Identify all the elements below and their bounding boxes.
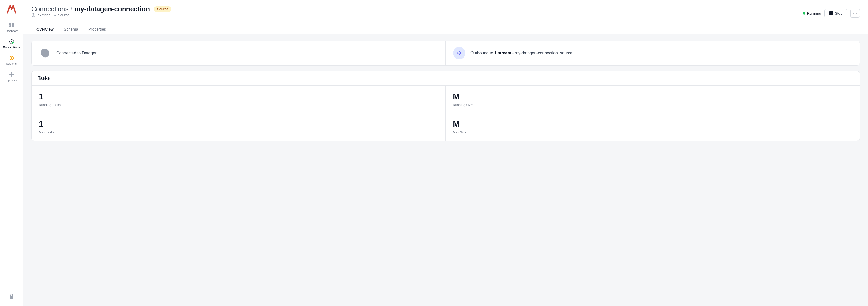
connections-label: Connections xyxy=(3,46,20,49)
streams-icon xyxy=(8,55,14,61)
tab-overview-label: Overview xyxy=(36,27,54,31)
running-size-value: M xyxy=(453,92,852,101)
breadcrumb-separator: / xyxy=(71,5,72,13)
breadcrumb-current: my-datagen-connection xyxy=(74,5,150,13)
sidebar-item-lock[interactable] xyxy=(1,291,22,302)
max-tasks-value: 1 xyxy=(39,120,438,129)
svg-rect-2 xyxy=(9,25,11,28)
more-button-label: ··· xyxy=(853,11,857,16)
svg-point-11 xyxy=(11,72,12,74)
breadcrumb: Connections / my-datagen-connection Sour… xyxy=(31,5,172,13)
tabs: Overview Schema Properties xyxy=(31,24,860,34)
max-size-label: Max Size xyxy=(453,130,852,134)
running-tasks-label: Running Tasks xyxy=(39,103,438,107)
sidebar: Dashboard Connections Streams xyxy=(0,0,23,306)
connection-row: Connected to Datagen Outbound to 1 strea… xyxy=(31,40,860,66)
sidebar-item-connections[interactable]: Connections xyxy=(1,36,22,52)
dashboard-icon xyxy=(8,22,14,28)
running-tasks-cell: 1 Running Tasks xyxy=(32,86,445,113)
tasks-card: Tasks 1 Running Tasks M Running Size 1 M… xyxy=(31,71,860,141)
sidebar-item-pipelines[interactable]: Pipelines xyxy=(1,69,22,84)
connections-icon xyxy=(8,38,14,45)
svg-rect-1 xyxy=(12,23,14,25)
outbound-icon xyxy=(453,47,465,59)
max-size-value: M xyxy=(453,120,852,129)
tab-properties-label: Properties xyxy=(88,27,106,31)
outbound-stream-count: 1 stream xyxy=(494,51,512,55)
tab-properties[interactable]: Properties xyxy=(83,24,111,34)
tab-overview[interactable]: Overview xyxy=(31,24,59,34)
connected-card: Connected to Datagen xyxy=(31,40,445,66)
outbound-stream-name: - my-datagen-connection_source xyxy=(511,51,572,55)
header-top: Connections / my-datagen-connection Sour… xyxy=(31,5,860,21)
meta-id: e74fdea5 xyxy=(37,13,53,17)
dashboard-label: Dashboard xyxy=(5,29,19,32)
max-tasks-label: Max Tasks xyxy=(39,130,438,134)
status-running: Running xyxy=(803,11,821,15)
more-options-button[interactable]: ··· xyxy=(850,9,860,18)
streams-label: Streams xyxy=(6,62,17,65)
running-size-label: Running Size xyxy=(453,103,852,107)
pipelines-label: Pipelines xyxy=(6,78,17,82)
app-logo xyxy=(6,3,17,14)
datagen-icon xyxy=(39,47,51,59)
outbound-card: Outbound to 1 stream - my-datagen-connec… xyxy=(445,40,860,66)
max-size-cell: M Max Size xyxy=(445,113,860,141)
source-badge: Source xyxy=(154,6,172,12)
tasks-grid: 1 Running Tasks M Running Size 1 Max Tas… xyxy=(32,86,860,141)
tab-schema[interactable]: Schema xyxy=(59,24,83,34)
connected-label: Connected to Datagen xyxy=(56,51,97,56)
clock-icon xyxy=(31,13,35,17)
svg-rect-13 xyxy=(10,296,13,299)
status-dot xyxy=(803,12,805,14)
content-area: Connected to Datagen Outbound to 1 strea… xyxy=(23,34,868,306)
meta-dot xyxy=(55,14,56,16)
lock-icon xyxy=(8,293,14,299)
stop-button[interactable]: Stop xyxy=(824,9,847,18)
stop-button-label: Stop xyxy=(835,11,842,15)
svg-point-9 xyxy=(12,74,14,75)
svg-point-12 xyxy=(11,75,12,77)
outbound-text: Outbound to 1 stream - my-datagen-connec… xyxy=(470,51,572,56)
status-label: Running xyxy=(807,11,821,15)
svg-rect-3 xyxy=(12,25,14,28)
sidebar-item-streams[interactable]: Streams xyxy=(1,53,22,68)
tab-schema-label: Schema xyxy=(64,27,78,31)
meta-type: Source xyxy=(58,13,69,17)
tasks-section-label: Tasks xyxy=(38,76,50,80)
stop-icon xyxy=(829,11,833,15)
outbound-prefix: Outbound to xyxy=(470,51,494,55)
header-actions: Running Stop ··· xyxy=(803,9,860,18)
svg-point-8 xyxy=(9,74,11,75)
svg-point-7 xyxy=(11,57,12,59)
pipelines-icon xyxy=(8,71,14,77)
sidebar-bottom xyxy=(1,291,22,303)
running-tasks-value: 1 xyxy=(39,92,438,101)
sidebar-item-dashboard[interactable]: Dashboard xyxy=(1,20,22,35)
header-meta: e74fdea5 Source xyxy=(31,13,172,17)
breadcrumb-root[interactable]: Connections xyxy=(31,5,69,13)
page-header: Connections / my-datagen-connection Sour… xyxy=(23,0,868,34)
max-tasks-cell: 1 Max Tasks xyxy=(32,113,445,141)
running-size-cell: M Running Size xyxy=(445,86,860,113)
main-content: Connections / my-datagen-connection Sour… xyxy=(23,0,868,306)
svg-rect-0 xyxy=(9,23,11,25)
tasks-header: Tasks xyxy=(32,71,860,86)
